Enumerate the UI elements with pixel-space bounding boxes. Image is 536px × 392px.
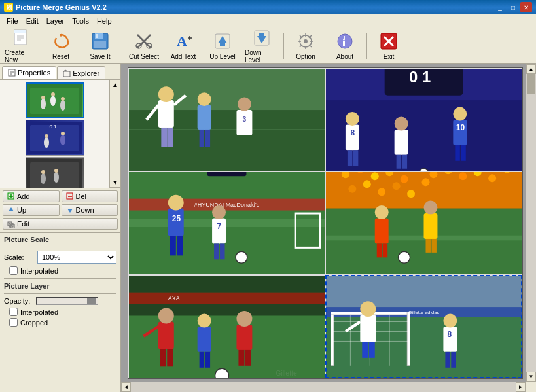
about-label: About [336,53,353,60]
v-scroll-thumb[interactable] [527,74,535,94]
exit-button[interactable]: Exit [370,29,408,62]
scroll-left-button[interactable]: ◄ [121,382,131,392]
svg-text:#HYUNDAI  MacDonald's: #HYUNDAI MacDonald's [194,202,260,208]
option-icon [295,31,316,52]
grid-cell-5[interactable]: AXA [128,275,325,378]
layer-thumb-1[interactable] [26,82,84,118]
create-new-button[interactable]: Create New [3,29,41,62]
svg-rect-162 [424,213,438,239]
svg-rect-85 [198,105,211,130]
scale-interpolated-label: Interpolated [20,267,58,275]
layer-scroll-down[interactable]: ▼ [110,177,120,188]
svg-rect-215 [451,352,456,368]
svg-rect-177 [160,349,166,366]
down-level-label: Down Level [245,49,279,63]
svg-rect-186 [238,350,244,366]
layer-scroll-up[interactable]: ▲ [110,80,120,90]
image-grid: 3 EA 0 1 [128,68,522,378]
reset-button[interactable]: Reset [42,29,80,62]
svg-point-207 [360,301,376,317]
layer-thumb-2[interactable]: 0 1 [26,120,84,156]
menu-tools[interactable]: Tools [68,15,93,27]
svg-rect-79 [158,100,174,128]
close-button[interactable]: ✕ [520,2,532,12]
layer-list-scroll[interactable]: 0 1 [0,80,109,188]
svg-marker-72 [67,209,73,213]
scroll-up-button[interactable]: ▲ [526,64,536,74]
svg-point-166 [399,251,410,263]
menu-edit[interactable]: Edit [22,15,43,27]
scroll-right-button[interactable]: ► [516,382,526,392]
svg-marker-5 [60,34,62,37]
add-text-button[interactable]: A Add Text [164,29,202,62]
del-layer-button[interactable]: Del [62,190,118,202]
svg-point-36 [343,39,345,41]
create-new-icon [11,28,32,48]
up-level-button[interactable]: Up Level [204,29,241,62]
svg-rect-160 [377,243,382,257]
svg-rect-73 [8,222,12,226]
svg-rect-88 [205,130,210,147]
menu-help[interactable]: Help [93,15,116,27]
edit-layer-button[interactable]: Edit [3,218,118,230]
svg-rect-170 [129,276,325,293]
menu-file[interactable]: File [3,15,22,27]
svg-point-63 [54,172,59,183]
down-label: Down [76,206,94,214]
svg-text:8: 8 [350,128,355,137]
add-label: Add [17,192,30,200]
svg-rect-178 [167,349,173,366]
svg-rect-9 [94,41,106,48]
about-button[interactable]: i About [326,29,364,62]
opacity-slider[interactable] [36,297,98,305]
layer-actions: Add Del Up Down [0,188,120,233]
grid-cell-3[interactable]: #HYUNDAI MacDonald's 0 25 7 [128,171,325,275]
svg-point-80 [158,86,174,102]
svg-point-151 [363,180,371,188]
opacity-thumb[interactable] [87,298,96,304]
svg-point-150 [348,185,356,193]
up-layer-button[interactable]: Up [3,204,60,216]
vertical-scrollbar: ▲ ▼ [526,64,536,382]
save-it-button[interactable]: Save It [81,29,119,62]
menu-layer[interactable]: Layer [43,15,69,27]
tab-explorer[interactable]: Explorer [57,66,105,79]
svg-point-24 [304,39,308,43]
svg-rect-110 [397,155,401,169]
h-scroll-track[interactable] [131,382,516,392]
title-bar: 🖼 Picture Merge Genius V2.2 _ □ ✕ [0,0,536,14]
cropped-checkbox[interactable] [9,318,18,327]
layer-thumb-3[interactable] [26,157,84,188]
svg-text:25: 25 [172,214,181,223]
canvas-area[interactable]: 3 EA 0 1 [121,64,536,392]
add-layer-button[interactable]: Add [3,190,60,202]
scale-select[interactable]: 100% 50% 200% 75% [37,251,116,264]
option-button[interactable]: Option [287,29,325,62]
canvas-inner: 3 EA 0 1 [128,67,523,379]
svg-rect-44 [63,71,70,77]
app-title: Picture Merge Genius V2.2 [16,3,107,11]
svg-text:7: 7 [217,222,222,231]
scale-interpolated-checkbox[interactable] [9,266,18,275]
layer-interpolated-checkbox[interactable] [9,308,18,316]
svg-rect-106 [455,145,459,161]
svg-rect-1 [14,30,26,33]
horizontal-scrollbar: ◄ ► [121,382,526,392]
maximize-button[interactable]: □ [507,2,519,12]
v-scroll-track[interactable] [526,74,536,372]
tab-properties[interactable]: Properties [2,66,56,79]
down-layer-button[interactable]: Down [62,204,118,216]
grid-cell-4[interactable]: EA [325,171,522,275]
grid-cell-2[interactable]: 0 1 8 10 [325,68,522,171]
scroll-down-button[interactable]: ▼ [526,372,536,382]
cropped-row: Cropped [4,318,116,327]
down-level-button[interactable]: Down Level [243,29,281,62]
up-level-label: Up Level [209,53,235,60]
scale-divider [4,247,116,247]
grid-cell-6[interactable]: Gillette adidas [325,275,522,378]
title-controls[interactable]: _ □ ✕ [494,2,532,12]
minimize-button[interactable]: _ [494,2,506,12]
separator-3 [366,33,367,59]
cut-select-button[interactable]: Cut Select [125,29,163,62]
grid-cell-1[interactable]: 3 EA [128,68,325,171]
